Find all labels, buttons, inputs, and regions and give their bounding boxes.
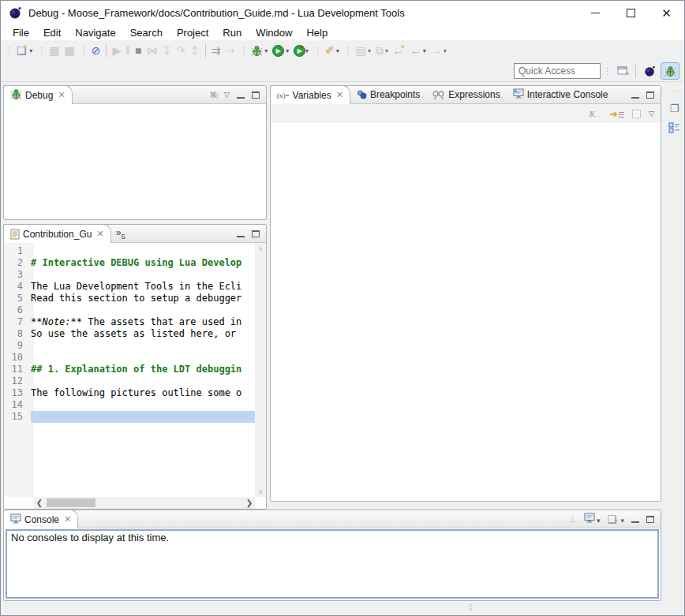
maximize-view-button[interactable] <box>646 91 654 99</box>
variables-icon: (x)= <box>277 91 290 99</box>
restore-view-button[interactable]: ❐ <box>670 103 679 114</box>
code-text[interactable] <box>31 399 255 411</box>
debug-dropdown[interactable]: ▾ <box>264 47 268 54</box>
use-step-filters-button[interactable]: ⇉ <box>210 42 223 59</box>
scroll-down-icon[interactable]: ∨ <box>258 487 264 495</box>
console-message: No consoles to display at this time. <box>11 532 169 543</box>
external-tools-button[interactable]: ✐▾ <box>324 42 341 59</box>
code-text[interactable]: The Lua Development Tools in the Ecli <box>31 281 255 293</box>
vertical-scrollbar[interactable]: ∧ ∨ <box>255 243 266 497</box>
code-text[interactable] <box>31 269 255 281</box>
code-text[interactable]: Read this section to setup a debugger <box>31 293 255 304</box>
console-output[interactable]: No consoles to display at this time. <box>6 529 659 599</box>
code-text[interactable] <box>31 375 255 387</box>
menu-search[interactable]: Search <box>123 25 170 40</box>
toggle-step-filters-icon: ⇢ <box>225 45 234 56</box>
horizontal-scrollbar[interactable]: ❮ ❯ <box>34 497 255 509</box>
forward-history-dropdown[interactable]: ▾ <box>444 47 447 54</box>
lua-perspective-button[interactable] <box>640 62 659 80</box>
open-console-button[interactable]: ❏✦ ▾ <box>608 513 624 525</box>
open-task-icon: ▤ <box>356 45 366 56</box>
quick-access-input[interactable] <box>514 63 601 79</box>
code-text[interactable] <box>31 245 255 257</box>
minimize-window-button[interactable] <box>578 1 613 25</box>
chevron-down-icon[interactable]: ▾ <box>619 517 624 525</box>
debug-button[interactable]: ▾ <box>249 42 269 59</box>
close-tab-icon[interactable]: ✕ <box>64 514 71 525</box>
scroll-up-icon[interactable]: ∧ <box>258 245 264 252</box>
last-edit-location-button[interactable]: ←✦ <box>391 42 407 59</box>
tab-breakpoints[interactable]: Breakpoints <box>350 85 426 103</box>
open-perspective-button[interactable]: ✦ <box>614 62 633 80</box>
line-number: 14 <box>4 399 31 411</box>
expressions-icon: x y <box>432 90 445 99</box>
minimize-view-button[interactable] <box>237 96 245 99</box>
show-logical-structure-button[interactable]: ➜☰ <box>609 109 624 119</box>
menu-navigate[interactable]: Navigate <box>68 25 122 40</box>
minimize-view-button[interactable] <box>631 521 639 523</box>
code-text[interactable]: # Interactive DEBUG using Lua Develop <box>31 257 255 269</box>
code-area[interactable]: 12# Interactive DEBUG using Lua Develop3… <box>4 245 255 423</box>
code-text[interactable] <box>31 304 255 316</box>
external-tools-dropdown[interactable]: ▾ <box>336 47 339 54</box>
maximize-window-button[interactable] <box>613 1 649 25</box>
maximize-view-button[interactable] <box>252 230 260 237</box>
code-text[interactable]: So use the assets as listed here, or <box>31 328 255 340</box>
display-selected-console-button[interactable]: ▾ <box>584 513 601 525</box>
new-wizard-dropdown[interactable]: ▾ <box>29 47 32 54</box>
tab-interactive-console[interactable]: ✦ Interactive Console <box>507 85 615 103</box>
maximize-view-button[interactable] <box>646 516 654 523</box>
coverage-dropdown[interactable]: ▾ <box>305 47 309 54</box>
menu-run[interactable]: Run <box>215 25 249 40</box>
code-text[interactable] <box>31 352 255 364</box>
chevron-down-icon[interactable]: ▾ <box>595 517 601 525</box>
code-text[interactable]: The following pictures outline some o <box>31 387 255 399</box>
tab-console[interactable]: Console ✕ <box>3 510 78 528</box>
scroll-left-icon[interactable]: ❮ <box>34 498 45 507</box>
back-history-button[interactable]: ←▾ <box>409 42 428 59</box>
open-task-dropdown[interactable]: ▾ <box>368 47 371 54</box>
view-menu-icon[interactable]: ▽ <box>649 110 654 118</box>
view-menu-icon[interactable]: ▽ <box>224 91 230 99</box>
menu-edit[interactable]: Edit <box>36 25 68 40</box>
scroll-right-icon[interactable]: ❯ <box>244 498 255 507</box>
run-button[interactable]: ▶▾ <box>271 42 290 59</box>
close-tab-icon[interactable]: ✕ <box>336 90 343 100</box>
step-over-icon: ↷ <box>176 45 185 56</box>
maximize-view-button[interactable] <box>252 91 260 99</box>
hidden-editors-chevron[interactable]: »5 <box>111 226 130 241</box>
menu-help[interactable]: Help <box>299 25 335 40</box>
back-history-dropdown[interactable]: ▾ <box>423 47 426 54</box>
pin-editor-dropdown[interactable]: ▾ <box>385 47 388 54</box>
scrollbar-thumb[interactable] <box>47 498 95 507</box>
toolbar-grip: ⋮ <box>37 46 44 56</box>
tab-contribution-guide[interactable]: Contribution_Gu ✕ <box>3 224 111 243</box>
new-wizard-button[interactable]: ❏✦▾ <box>15 42 34 59</box>
run-dropdown[interactable]: ▾ <box>286 47 289 54</box>
skip-all-breakpoints-button[interactable]: ⊘ <box>90 42 103 59</box>
forward-history-icon: → <box>431 45 442 56</box>
terminate-button[interactable]: ■ <box>133 42 143 59</box>
close-tab-icon[interactable]: ✕ <box>58 90 65 100</box>
application-window: Debug - Moose_Framework/docs/Contributio… <box>0 0 685 616</box>
coverage-button[interactable]: ▶▪▾ <box>292 42 310 59</box>
disconnect-icon: ⋈ <box>147 45 158 56</box>
menu-window[interactable]: Window <box>249 25 299 40</box>
selected-line[interactable] <box>31 411 255 423</box>
maximize-icon <box>627 9 635 17</box>
code-text[interactable]: **Note:** The assets that are used in <box>31 316 255 328</box>
close-window-button[interactable]: ✕ <box>649 1 684 25</box>
code-text[interactable]: ## 1. Explanation of the LDT debuggin <box>31 364 255 375</box>
tab-expressions[interactable]: x y Expressions <box>426 85 506 103</box>
outline-view-button[interactable] <box>668 122 680 136</box>
debug-perspective-button[interactable] <box>661 62 679 80</box>
close-tab-icon[interactable]: ✕ <box>96 229 103 239</box>
minimize-view-button[interactable] <box>631 96 639 99</box>
editor-line: 13The following pictures outline some o <box>4 387 255 399</box>
tab-debug[interactable]: Debug ✕ <box>3 85 73 104</box>
menu-file[interactable]: File <box>6 25 36 40</box>
code-text[interactable] <box>31 340 255 352</box>
tab-variables[interactable]: (x)= Variables ✕ <box>270 85 350 104</box>
minimize-view-button[interactable] <box>237 235 245 237</box>
menu-project[interactable]: Project <box>170 25 215 40</box>
